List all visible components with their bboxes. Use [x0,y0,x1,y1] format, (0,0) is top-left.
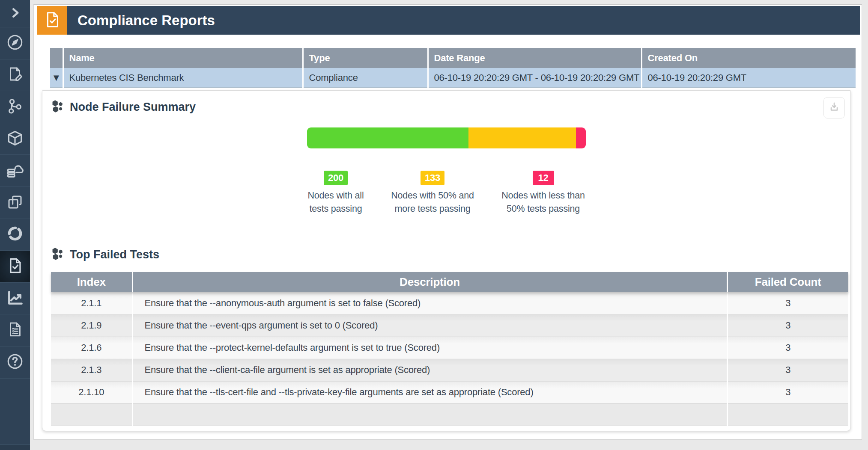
document-check-icon [6,256,24,277]
section-title-top-failed-tests: Top Failed Tests [70,248,159,261]
test-index: 2.1.10 [51,381,132,403]
section-title-node-failure-summary: Node Failure Summary [70,101,196,114]
sidebar-item-compliance-reports[interactable] [0,251,30,283]
column-header-date-range: Date Range [428,48,641,68]
sidebar-spacer [0,379,30,445]
legend-value-badge: 200 [324,171,348,185]
sidebar-footer [0,445,30,450]
test-index: 2.1.1 [51,292,132,314]
sidebar-item-workloads[interactable] [0,123,30,155]
test-failed-count: 3 [727,359,848,381]
test-description: Ensure that the --tls-cert-file and --tl… [132,381,727,403]
page-header: Compliance Reports [37,6,860,35]
network-nodes-icon [6,97,24,117]
main-panel: Compliance Reports Name Type Date Range … [33,4,862,440]
failed-test-row: 2.1.1 Ensure that the --anonymous-auth a… [51,292,848,314]
bar-segment-partial [468,127,576,148]
test-index: 2.1.6 [51,337,132,359]
column-header-type: Type [303,48,428,68]
report-type-cell: Compliance [303,68,428,88]
test-failed-count: 3 [727,314,848,337]
question-circle-icon [6,352,24,373]
test-description [132,403,727,426]
column-header-description: Description [132,272,727,292]
test-failed-count [727,403,848,426]
sidebar-item-network-topology[interactable] [0,91,30,123]
reports-table-header-row: Name Type Date Range Created On [50,48,856,68]
sidebar [0,0,30,450]
node-failure-stacked-bar [307,127,586,148]
bar-segment-passing [307,127,468,148]
report-created-on-cell: 06-10-19 20:20:29 GMT [641,68,856,88]
test-failed-count: 3 [727,381,848,403]
page-title: Compliance Reports [78,12,215,29]
failed-test-row: 2.1.9 Ensure that the --event-qps argume… [51,314,848,337]
legend-value-badge: 12 [533,171,554,185]
sidebar-item-policies[interactable] [0,59,30,92]
test-description: Ensure that the --event-qps argument is … [132,314,727,337]
cube-icon [6,129,24,149]
row-expander-toggle[interactable]: ▼ [50,68,63,88]
legend-label: Nodes with all tests passing [298,189,373,215]
test-failed-count: 3 [727,337,848,359]
failed-test-row: 2.1.3 Ensure that the --client-ca-file a… [51,359,848,381]
sidebar-item-runtime[interactable] [0,219,30,251]
compass-icon [6,33,24,53]
sidebar-item-containers[interactable] [0,187,30,219]
test-description: Ensure that the --anonymous-auth argumen… [132,292,727,314]
download-icon [828,101,840,115]
failed-tests-header-row: Index Description Failed Count [51,272,848,292]
report-date-range-cell: 06-10-19 20:20:29 GMT - 06-10-19 20:20:2… [428,68,641,88]
legend-label: Nodes with 50% and more tests passing [380,189,485,215]
failed-test-row: 2.1.6 Ensure that the --protect-kernel-d… [51,337,848,359]
hexagon-cluster-icon [51,247,64,262]
expander-column-header [50,48,63,68]
test-description: Ensure that the --client-ca-file argumen… [132,359,727,381]
legend-item-failing: 12 Nodes with less than 50% tests passin… [492,171,595,215]
legend-value-badge: 133 [421,171,444,185]
sidebar-item-benchmarks[interactable] [0,283,30,315]
download-report-button[interactable] [823,97,845,118]
chart-legend: 200 Nodes with all tests passing 133 Nod… [42,171,850,215]
document-check-icon [42,10,62,31]
top-failed-tests-table: Index Description Failed Count 2.1.1 Ens… [51,272,848,426]
test-failed-count: 3 [727,292,848,314]
layers-icon [6,193,24,213]
sidebar-item-dashboard[interactable] [0,27,30,59]
sidebar-item-registries[interactable] [0,155,30,187]
legend-item-passing: 200 Nodes with all tests passing [298,171,373,215]
chevron-right-icon [9,6,21,21]
legend-label: Nodes with less than 50% tests passing [492,189,595,215]
hexagon-cluster-icon [51,100,64,115]
page-title-bar: Compliance Reports [67,6,860,35]
test-description: Ensure that the --protect-kernel-default… [132,337,727,359]
column-header-failed-count: Failed Count [727,272,848,292]
chart-line-icon [6,288,24,309]
ring-icon [6,224,24,245]
edit-document-icon [6,65,24,85]
column-header-index: Index [51,272,132,292]
column-header-created-on: Created On [641,48,856,68]
sidebar-expand-button[interactable] [0,0,30,27]
failed-test-row: 2.1.10 Ensure that the --tls-cert-file a… [51,381,848,403]
test-index: 2.1.9 [51,314,132,337]
sidebar-item-audit-reports[interactable] [0,314,30,346]
report-name-cell: Kubernetes CIS Benchmark [63,68,303,88]
test-index [51,403,132,426]
empty-row [51,403,848,426]
sidebar-item-help[interactable] [0,346,30,379]
compliance-header-icon-box [37,6,67,35]
top-failed-tests-header: Top Failed Tests [42,238,850,262]
bar-segment-failing [576,127,586,148]
report-row[interactable]: ▼ Kubernetes CIS Benchmark Compliance 06… [50,68,856,88]
column-header-name: Name [63,48,303,68]
test-index: 2.1.3 [51,359,132,381]
legend-item-partial: 133 Nodes with 50% and more tests passin… [380,171,485,215]
checklist-document-icon [6,320,24,340]
report-detail-panel: Node Failure Summary 200 Nodes with all … [42,90,851,431]
compliance-reports-table: Name Type Date Range Created On ▼ Kubern… [50,48,856,88]
cloud-stack-icon [6,160,24,181]
node-failure-summary-header: Node Failure Summary [42,91,850,115]
